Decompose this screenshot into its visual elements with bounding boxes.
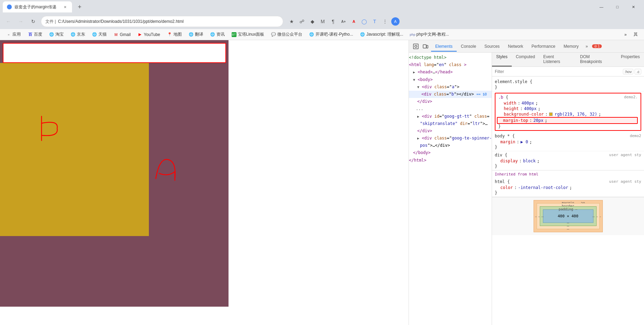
- dom-line-div-a-close[interactable]: </div>: [409, 98, 492, 105]
- dom-panel: <!doctype html> <html lang="en" class > …: [409, 53, 492, 325]
- bookmark-map[interactable]: 📍 地图: [164, 31, 185, 38]
- adobe-icon[interactable]: A: [350, 17, 358, 26]
- new-tab-button[interactable]: +: [75, 2, 84, 12]
- back-button[interactable]: ←: [3, 17, 13, 26]
- bookmark-js[interactable]: 🌐 Javascript: 理解现...: [357, 31, 406, 38]
- baidu-icon: 百: [28, 32, 33, 37]
- filter-c-button[interactable]: .c: [635, 69, 641, 74]
- subtab-dom-breakpoints[interactable]: DOM Breakpoints: [576, 53, 617, 66]
- php-icon: php: [410, 32, 415, 37]
- bookmark-translate[interactable]: 🌐 翻译: [186, 31, 206, 38]
- extension-icon[interactable]: ◆: [308, 17, 316, 26]
- styles-panel: Styles Computed Event Listeners DOM Brea…: [492, 53, 644, 325]
- dom-line-body[interactable]: ▼ <body>: [409, 76, 492, 83]
- box-content-size: 400 × 400: [558, 214, 579, 218]
- dom-line-div-a[interactable]: ▼ <div class="a">: [409, 83, 492, 91]
- forward-button[interactable]: →: [16, 17, 26, 26]
- box-padding-right: –: [592, 214, 595, 218]
- url-scheme: 文件 |: [45, 19, 56, 25]
- subtab-properties[interactable]: Properties: [617, 53, 644, 66]
- close-button[interactable]: ✕: [625, 0, 641, 14]
- color-swatch-bg[interactable]: [549, 112, 553, 116]
- dom-line-div-b[interactable]: <div class="b"></div> == $0: [409, 91, 492, 98]
- js-icon: 🌐: [360, 32, 365, 37]
- devtools-more-button[interactable]: »: [583, 42, 591, 51]
- bookmark-gmail[interactable]: M Gmail: [111, 31, 133, 38]
- bookmark-youtube[interactable]: ▶ YouTube: [135, 31, 163, 38]
- dom-line-div-close2[interactable]: </div>: [409, 127, 492, 135]
- styles-content: element.style { } .b { demo2.: [492, 76, 644, 325]
- bookmark-php[interactable]: php php中文网-教程...: [408, 31, 452, 38]
- dom-line-head[interactable]: ▶ <head>…</head>: [409, 69, 492, 76]
- dom-line-spinner[interactable]: ▶ <div class="goog-te-spinner-: [409, 135, 492, 142]
- box-border: border – – – padding – – –: [537, 203, 600, 229]
- main-content: Elements Console Sources Network Perform…: [0, 40, 644, 325]
- device-mode-icon[interactable]: [421, 42, 430, 51]
- div-b: [0, 70, 145, 215]
- title-bar: 嵌套盒子的margin传递 ✕ + — □ ✕: [0, 0, 644, 14]
- tab-network[interactable]: Network: [504, 42, 527, 52]
- save-icon[interactable]: M: [319, 17, 327, 26]
- red-border-top-box: [3, 43, 226, 63]
- more-menu-icon[interactable]: ⋮: [381, 17, 389, 26]
- bookmark-wechat[interactable]: 💬 微信公众平台: [268, 31, 305, 38]
- dom-line-pos[interactable]: pos">…</div>: [409, 142, 492, 149]
- dom-line-html[interactable]: <html lang="en" class >: [409, 61, 492, 69]
- devtools-toolbar: Elements Console Sources Network Perform…: [409, 40, 644, 53]
- filter-hov-button[interactable]: :hov: [623, 69, 634, 74]
- bookmark-label: 翻译: [195, 31, 203, 37]
- css-prop-display: display : block;: [495, 158, 641, 164]
- subtab-computed[interactable]: Computed: [512, 53, 539, 66]
- inspect-element-icon[interactable]: [412, 42, 420, 51]
- svg-point-1: [415, 45, 417, 47]
- dom-line-body-close[interactable]: </body>: [409, 149, 492, 156]
- minimize-button[interactable]: —: [593, 0, 609, 14]
- tab-performance[interactable]: Performance: [527, 42, 560, 52]
- tab-console[interactable]: Console: [457, 42, 480, 52]
- bookmark-baota[interactable]: BT 宝塔Linux面板: [229, 31, 267, 38]
- css-prop-margin: margin : ▶ 0;: [495, 139, 641, 145]
- css-rule-div: div { user agent sty display : block; }: [492, 151, 644, 170]
- dom-line-html-close[interactable]: </html>: [409, 157, 492, 164]
- bookmark-zixun[interactable]: 🌐 资讯: [207, 31, 227, 38]
- cc-icon[interactable]: A+: [339, 17, 348, 26]
- bookmark-taobao[interactable]: 🌐 淘宝: [46, 31, 66, 38]
- maximize-button[interactable]: □: [609, 0, 625, 14]
- reload-button[interactable]: ↻: [28, 17, 38, 26]
- bookmark-baidu[interactable]: 百 百度: [25, 31, 45, 38]
- css-rule-element-style: element.style { }: [492, 78, 644, 91]
- bookmark-label: 应用: [12, 31, 21, 37]
- bookmark-jd[interactable]: 🌐 京东: [68, 31, 88, 38]
- readmode-icon[interactable]: ¶: [329, 17, 337, 26]
- bookmark-extra[interactable]: 其: [631, 31, 641, 38]
- bookmarks-overflow[interactable]: »: [621, 31, 629, 38]
- styles-filter-input[interactable]: [495, 69, 623, 74]
- tab-memory[interactable]: Memory: [560, 42, 583, 52]
- bookmark-star-icon[interactable]: ★: [287, 17, 296, 26]
- dom-line-goog-div[interactable]: ▶ <div id="goog-gt-tt" class=: [409, 113, 492, 120]
- bookmark-apps[interactable]: ▫ 应用: [3, 31, 24, 38]
- tab-close-button[interactable]: ✕: [62, 4, 68, 10]
- translate-bk-icon: 🌐: [189, 32, 194, 37]
- dom-line-dots[interactable]: ...: [409, 105, 492, 112]
- zixun-icon: 🌐: [210, 32, 215, 37]
- dom-line-doctype[interactable]: <!doctype html>: [409, 54, 492, 61]
- url-bar[interactable]: 文件 | C:/Users/Administrator/Downloads/10…: [41, 16, 283, 27]
- bookmark-tianmao[interactable]: 🌐 天猫: [89, 31, 109, 38]
- chrome-icon[interactable]: ◯: [360, 17, 368, 26]
- bookmark-label: 开课吧-课程-Pytho...: [315, 31, 353, 37]
- tab-sources[interactable]: Sources: [480, 42, 504, 52]
- translate-icon[interactable]: ☍: [298, 17, 306, 26]
- inherited-section: Inherited from html: [492, 170, 644, 178]
- subtab-styles[interactable]: Styles: [492, 53, 512, 66]
- dom-line-skiptranslate[interactable]: "skiptranslate" dir="ltr">…: [409, 120, 492, 127]
- devtools-panel: Elements Console Sources Network Perform…: [409, 40, 644, 325]
- devtools-tabs: Elements Console Sources Network Perform…: [431, 40, 641, 52]
- browser-tab[interactable]: 嵌套盒子的margin传递 ✕: [3, 1, 72, 12]
- subtab-event-listeners[interactable]: Event Listeners: [539, 53, 576, 66]
- profile-avatar[interactable]: A: [391, 17, 400, 26]
- tab-elements[interactable]: Elements: [431, 42, 457, 52]
- translate2-icon[interactable]: T: [370, 17, 379, 26]
- tianmao-icon: 🌐: [92, 32, 97, 37]
- bookmark-kaikeba[interactable]: 🌐 开课吧-课程-Pytho...: [306, 31, 356, 38]
